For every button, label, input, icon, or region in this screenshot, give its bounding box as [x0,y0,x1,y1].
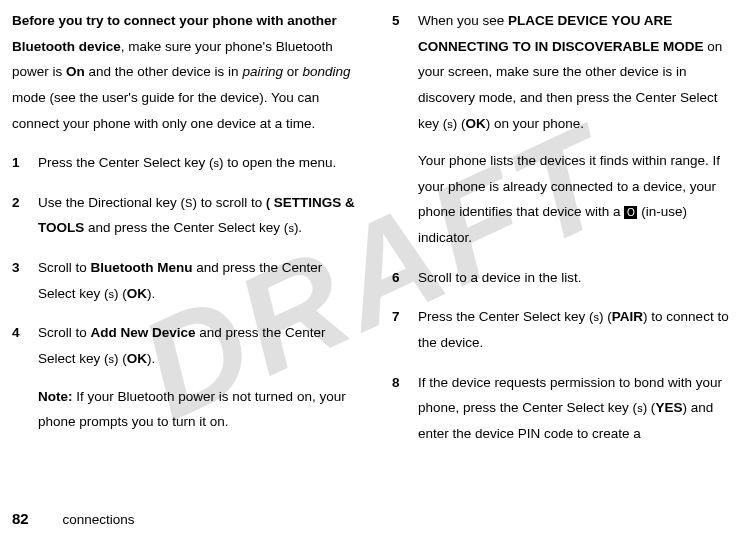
text-fragment: OK [127,351,147,366]
step-7: 7Press the Center Select key (s) (PAIR) … [392,304,742,355]
intro-text-2: and the other device is in [85,64,243,79]
step-para-1: Press the Center Select key (s) to open … [38,150,362,176]
text-fragment: ) to scroll to [192,195,266,210]
section-name: connections [62,512,134,527]
note-label: Note: [38,389,73,404]
text-fragment: When you see [418,13,508,28]
step-number: 3 [12,255,38,306]
step-para-1: Press the Center Select key (s) (PAIR) t… [418,304,742,355]
step-1: 1Press the Center Select key (s) to open… [12,150,362,176]
pairing-word: pairing [242,64,283,79]
intro-text-4: mode (see the user's guide for the devic… [12,90,319,131]
text-fragment: YES [655,400,682,415]
text-fragment: OK [127,286,147,301]
text-fragment: ) ( [453,116,466,131]
step-para-1: Scroll to a device in the list. [418,265,742,291]
left-column: Before you try to connect your phone wit… [12,8,362,461]
text-fragment: Press the Center Select key ( [418,309,594,324]
text-fragment: PAIR [612,309,643,324]
text-fragment: Scroll to [38,260,91,275]
text-fragment: Scroll to a device in the list. [418,270,582,285]
text-fragment: Use the Directional key ( [38,195,185,210]
text-fragment: ) ( [114,286,127,301]
step-number: 8 [392,370,418,447]
step-para-1: If the device requests permission to bon… [418,370,742,447]
step-number: 4 [12,320,38,435]
page-content: Before you try to connect your phone wit… [0,0,754,461]
intro-paragraph: Before you try to connect your phone wit… [12,8,362,136]
text-fragment: ). [294,220,302,235]
text-fragment: ) ( [599,309,612,324]
text-fragment: Bluetooth Menu [91,260,193,275]
step-para-1: Scroll to Bluetooth Menu and press the C… [38,255,362,306]
step-para-1: When you see PLACE DEVICE YOU ARE CONNEC… [418,8,742,136]
right-column: 5When you see PLACE DEVICE YOU ARE CONNE… [392,8,742,461]
text-fragment: OK [466,116,486,131]
step-body: Scroll to Bluetooth Menu and press the C… [38,255,362,306]
step-body: Press the Center Select key (s) (PAIR) t… [418,304,742,355]
step-body: If the device requests permission to bon… [418,370,742,447]
step-8: 8If the device requests permission to bo… [392,370,742,447]
on-label: On [66,64,85,79]
text-fragment: and press the Center Select key ( [84,220,288,235]
intro-text-3: or [283,64,303,79]
step-body: Use the Directional key (S) to scroll to… [38,190,362,241]
step-number: 7 [392,304,418,355]
step-note: Note: If your Bluetooth power is not tur… [38,384,362,435]
step-body: Press the Center Select key (s) to open … [38,150,362,176]
step-body: Scroll to Add New Device and press the C… [38,320,362,435]
page-number: 82 [12,510,29,527]
text-fragment: ) ( [114,351,127,366]
step-body: When you see PLACE DEVICE YOU ARE CONNEC… [418,8,742,251]
step-2: 2Use the Directional key (S) to scroll t… [12,190,362,241]
step-para-2: Your phone lists the devices it finds wi… [418,148,742,251]
text-fragment: ) on your phone. [486,116,584,131]
text-fragment: ) to open the menu. [219,155,336,170]
text-fragment: O [624,206,637,219]
text-fragment: ). [147,286,155,301]
text-fragment: Scroll to [38,325,91,340]
text-fragment: ). [147,351,155,366]
step-6: 6Scroll to a device in the list. [392,265,742,291]
text-fragment: Add New Device [91,325,196,340]
step-number: 6 [392,265,418,291]
step-4: 4Scroll to Add New Device and press the … [12,320,362,435]
note-text: If your Bluetooth power is not turned on… [38,389,346,430]
bonding-word: bonding [302,64,350,79]
step-number: 1 [12,150,38,176]
step-number: 5 [392,8,418,251]
step-3: 3Scroll to Bluetooth Menu and press the … [12,255,362,306]
text-fragment: Press the Center Select key ( [38,155,214,170]
step-5: 5When you see PLACE DEVICE YOU ARE CONNE… [392,8,742,251]
step-para-1: Scroll to Add New Device and press the C… [38,320,362,371]
page-footer: 82 connections [12,505,135,534]
step-number: 2 [12,190,38,241]
step-para-1: Use the Directional key (S) to scroll to… [38,190,362,241]
step-body: Scroll to a device in the list. [418,265,742,291]
text-fragment: ) ( [643,400,656,415]
